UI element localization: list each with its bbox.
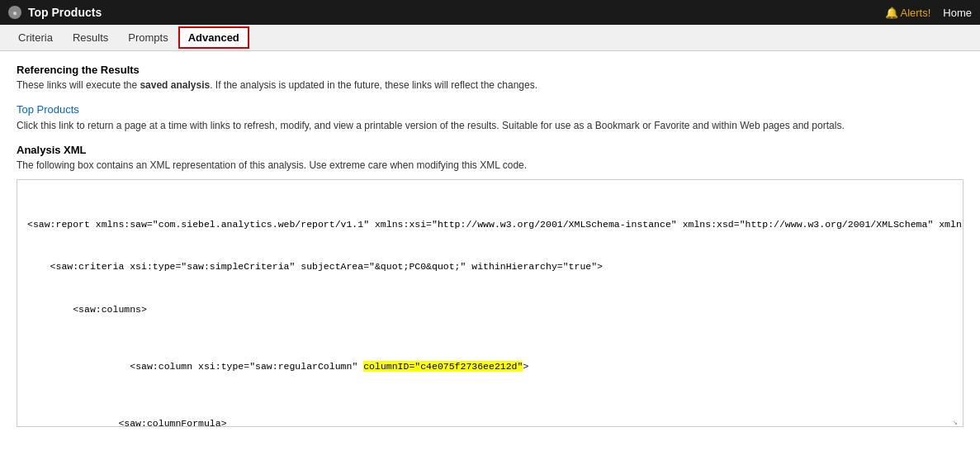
page-title: Top Products [28, 6, 102, 19]
tab-results[interactable]: Results [63, 26, 118, 49]
tab-criteria[interactable]: Criteria [8, 26, 63, 49]
home-link[interactable]: Home [943, 7, 972, 19]
tab-advanced[interactable]: Advanced [178, 26, 249, 49]
analysis-xml-title: Analysis XML [17, 144, 963, 156]
xml-line-4: <saw:column xsi:type="saw:regularColumn"… [27, 345, 953, 388]
analysis-xml-desc: The following box contains an XML repres… [17, 159, 963, 171]
top-products-link[interactable]: Top Products [17, 103, 79, 116]
referencing-desc-suffix: . If the analysis is updated in the futu… [210, 79, 537, 91]
resize-handle[interactable]: ↘ [953, 416, 961, 425]
tab-prompts[interactable]: Prompts [118, 26, 178, 49]
app-icon: ● [8, 6, 21, 19]
top-bar-right: 🔔 Alerts! Home [885, 7, 972, 19]
referencing-desc-prefix: These links will execute the [17, 79, 140, 91]
top-bar: ● Top Products 🔔 Alerts! Home [0, 0, 980, 25]
alerts-link[interactable]: 🔔 Alerts! [885, 7, 931, 19]
xml-line-5: <saw:columnFormula> [27, 416, 953, 427]
xml-highlight-1: columnID="c4e075f2736ee212d" [363, 361, 523, 372]
referencing-desc: These links will execute the saved analy… [17, 79, 963, 91]
xml-line-2: <saw:criteria xsi:type="saw:simpleCriter… [27, 259, 953, 273]
xml-content-box[interactable]: <saw:report xmlns:saw="com.siebel.analyt… [17, 179, 963, 427]
tab-bar: Criteria Results Prompts Advanced [0, 25, 980, 51]
top-products-desc: Click this link to return a page at a ti… [17, 120, 963, 131]
referencing-desc-bold: saved analysis [140, 79, 210, 91]
main-content: Referencing the Results These links will… [0, 51, 980, 439]
xml-line-1: <saw:report xmlns:saw="com.siebel.analyt… [27, 217, 953, 231]
top-bar-left: ● Top Products [8, 6, 102, 19]
xml-line-3: <saw:columns> [27, 302, 953, 316]
referencing-title: Referencing the Results [17, 64, 963, 76]
top-products-link-container: Top Products [17, 103, 963, 116]
